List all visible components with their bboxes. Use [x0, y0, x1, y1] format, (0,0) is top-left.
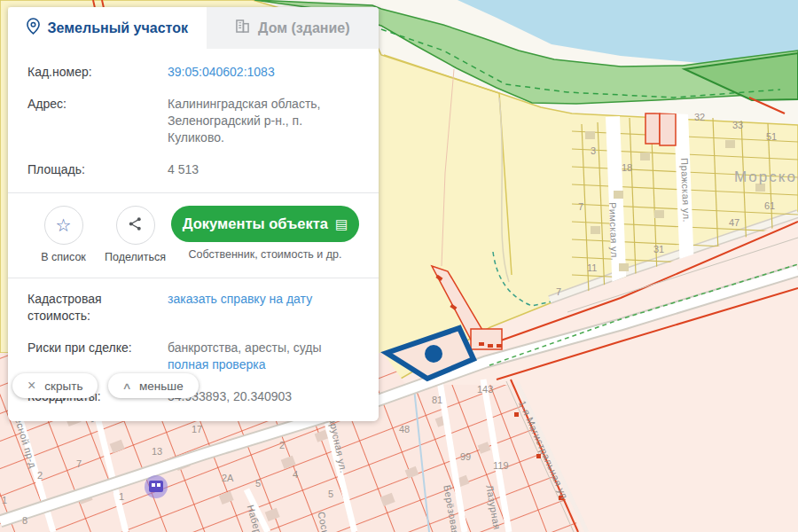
cadastral-value-row: Кадастровая стоимость: заказать справку …: [27, 291, 359, 325]
share-label: Поделиться: [99, 251, 171, 263]
hide-button[interactable]: × скрыть: [12, 373, 98, 398]
documents-caption: Собственник, стоимость и др.: [171, 248, 359, 261]
risks-row: Риски при сделке: банкротства, аресты, с…: [27, 340, 359, 373]
field-label: Площадь:: [27, 161, 168, 178]
field-label: Кад.номер:: [27, 64, 168, 81]
share-button[interactable]: [116, 206, 155, 245]
area-value: 4 513: [168, 161, 199, 178]
info-panel: Земельный участок Дом (здание) Кад.номер…: [8, 7, 379, 421]
less-button[interactable]: ∧ меньше: [108, 373, 199, 398]
tab-label: Земельный участок: [48, 20, 188, 36]
close-icon: ×: [27, 379, 35, 393]
map-screen: Римская ул.Пражская ул.Морское1-я Магист…: [0, 0, 798, 532]
field-label: Кадастровая стоимость:: [27, 291, 168, 325]
area-row: Площадь: 4 513: [27, 161, 359, 178]
panel-tabs: Земельный участок Дом (здание): [8, 7, 379, 49]
field-label: Адрес:: [27, 96, 168, 146]
risks-value: банкротства, аресты, суды полная проверк…: [168, 340, 322, 373]
cadastral-number-row: Кад.номер: 39:05:040602:1083: [27, 64, 359, 81]
divider: [8, 278, 379, 278]
building-icon: [235, 20, 250, 36]
add-to-list-button[interactable]: ☆: [44, 206, 83, 245]
star-icon: ☆: [56, 216, 72, 234]
actions-row: ☆ В список Поделиться Документы объекта: [27, 206, 359, 263]
poi-marker[interactable]: [145, 475, 168, 498]
tab-label: Дом (здание): [258, 20, 350, 36]
address-row: Адрес: Калининградская область, Зеленогр…: [27, 96, 359, 146]
divider: [8, 192, 379, 193]
add-to-list-label: В список: [27, 251, 99, 263]
share-icon: [128, 216, 143, 235]
tab-land-parcel[interactable]: Земельный участок: [8, 7, 207, 49]
object-documents-button[interactable]: Документы объекта ▤: [171, 206, 359, 242]
address-value: Калининградская область, Зеленоградский …: [168, 96, 359, 146]
document-icon: ▤: [335, 216, 348, 232]
tab-building[interactable]: Дом (здание): [207, 7, 379, 49]
field-label: Риски при сделке:: [27, 340, 168, 373]
cadastral-number-link[interactable]: 39:05:040602:1083: [168, 65, 275, 79]
selected-parcel-marker: [425, 345, 442, 363]
location-pin-icon: [27, 18, 40, 38]
chevron-up-icon: ∧: [121, 381, 131, 391]
order-certificate-link[interactable]: заказать справку на дату: [168, 292, 312, 306]
full-check-link[interactable]: полная проверка: [168, 357, 265, 372]
